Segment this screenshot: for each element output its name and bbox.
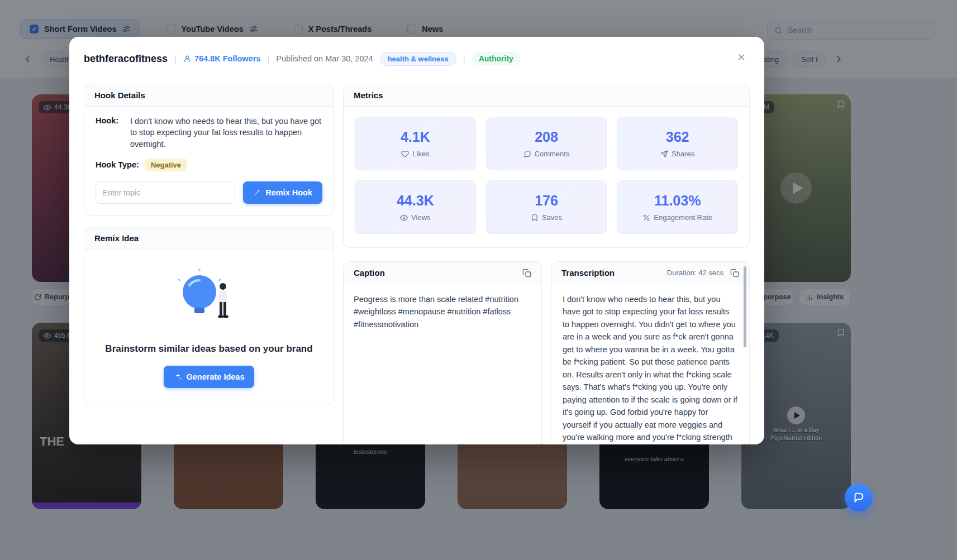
transcription-text: I don't know who needs to hear this, but…: [551, 284, 749, 444]
copy-icon[interactable]: [522, 269, 531, 277]
authority-badge: Authority: [472, 52, 520, 65]
heart-icon: [401, 150, 409, 158]
followers-link[interactable]: 764.8K Followers: [183, 54, 260, 63]
remix-hook-button[interactable]: Remix Hook: [243, 181, 322, 204]
transcription-card: Transcription Duration: 42 secs I don't …: [551, 261, 750, 444]
post-details-modal: bethferacofitness | 764.8K Followers | P…: [69, 37, 764, 444]
hook-details-card: Hook Details Hook: I don't know who need…: [84, 84, 334, 216]
modal-right-column: Metrics 4.1K Likes 208 Comme: [343, 84, 750, 444]
metric-tile-shares: 362 Shares: [617, 117, 738, 170]
metric-tile-engagement-rate: 11.03% Engagement Rate: [617, 180, 738, 234]
bookmark-icon: [531, 214, 539, 222]
scrollbar-thumb[interactable]: [744, 266, 746, 347]
separator: |: [267, 54, 269, 64]
chat-icon: [853, 491, 865, 504]
assistant-fab-button[interactable]: [845, 484, 873, 511]
caption-card: Caption Peogress is more than scale rela…: [343, 261, 542, 444]
remix-idea-title: Remix Idea: [94, 233, 139, 243]
modal-left-column: Hook Details Hook: I don't know who need…: [84, 84, 334, 444]
lightbulb-illustration: [167, 269, 251, 330]
caption-text: Peogress is more than scale related #nut…: [344, 284, 541, 339]
metrics-card: Metrics 4.1K Likes 208 Comme: [343, 84, 750, 248]
hook-text: I don't know who needs to hear this, but…: [130, 116, 322, 150]
username: bethferacofitness: [84, 53, 168, 65]
duration-label: Duration: 42 secs: [667, 269, 723, 277]
person-icon: [183, 55, 191, 63]
engagement-icon: [642, 214, 650, 222]
modal-header: bethferacofitness | 764.8K Followers | P…: [84, 48, 750, 69]
sparkles-icon: [174, 372, 182, 381]
comment-icon: [523, 150, 531, 158]
metrics-title: Metrics: [354, 90, 383, 100]
topic-input[interactable]: [96, 181, 235, 204]
metric-tile-comments: 208 Comments: [486, 117, 607, 170]
caption-title: Caption: [354, 268, 385, 277]
brainstorm-heading: Brainstorm similar ideas based on your b…: [96, 343, 322, 355]
separator: |: [174, 54, 177, 64]
separator: |: [463, 54, 465, 64]
transcription-title: Transcription: [561, 268, 615, 277]
copy-icon[interactable]: [730, 269, 739, 277]
metric-tile-saves: 176 Saves: [486, 180, 607, 234]
remix-idea-card: Remix Idea: [84, 227, 334, 405]
wand-icon: [253, 189, 261, 197]
close-icon[interactable]: ✕: [733, 49, 750, 66]
category-badge: health & wellness: [380, 52, 456, 66]
hook-details-title: Hook Details: [94, 90, 145, 100]
hook-label: Hook:: [96, 116, 125, 150]
metric-tile-likes: 4.1K Likes: [355, 117, 476, 170]
published-date: Published on Mar 30, 2024: [276, 54, 373, 63]
share-icon: [660, 150, 668, 158]
hook-type-label: Hook Type:: [96, 160, 139, 169]
generate-ideas-button[interactable]: Generate Ideas: [164, 366, 255, 388]
hook-type-badge: Negative: [145, 159, 187, 171]
metric-tile-views: 44.3K Views: [355, 180, 476, 234]
eye-icon: [400, 214, 408, 222]
